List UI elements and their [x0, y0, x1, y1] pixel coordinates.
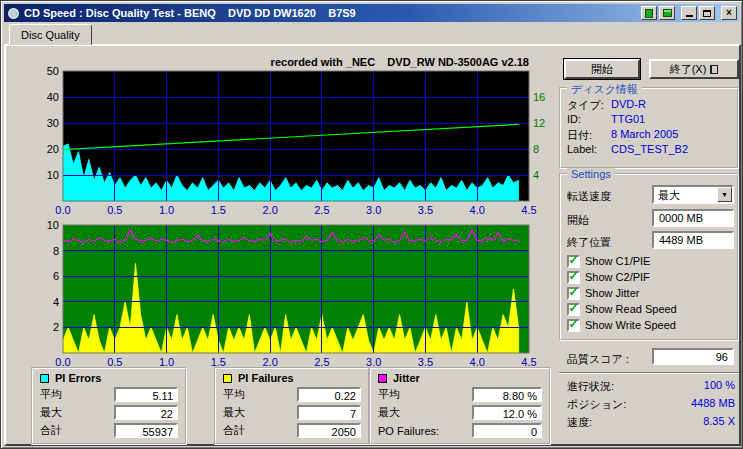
svg-text:3.0: 3.0 — [366, 204, 381, 216]
disc-label-label: Label: — [567, 143, 611, 156]
disc-date-row: 日付: 8 March 2005 — [567, 128, 735, 141]
close-button[interactable]: × — [721, 6, 737, 20]
disc-date-label: 日付: — [567, 128, 611, 141]
disc-id-row: ID: TTG01 — [567, 113, 735, 126]
position-value: 4488 MB — [691, 397, 735, 412]
progress-value: 100 % — [704, 379, 735, 394]
save-button[interactable] — [659, 6, 675, 20]
minimize-button[interactable] — [681, 6, 697, 20]
legend-value: 5.11 — [114, 387, 178, 402]
disc-type-value: DVD-R — [611, 98, 646, 111]
exit-button[interactable]: 終了(X) — [649, 59, 739, 79]
svg-text:50: 50 — [47, 65, 59, 77]
checkbox-label: Show Write Speed — [585, 319, 676, 331]
jitter-legend: Jitter 平均 8.80 % 最大 12.0 % PO Failures: … — [369, 367, 551, 445]
legend-value: 12.0 % — [472, 405, 542, 420]
exit-icon — [710, 65, 718, 74]
start-position-input[interactable] — [652, 209, 734, 227]
svg-text:40: 40 — [47, 91, 59, 103]
maximize-button[interactable] — [699, 6, 715, 20]
checkbox-show-write-speed[interactable]: ✓ — [567, 319, 580, 332]
copy-icon — [645, 9, 653, 18]
svg-text:8: 8 — [53, 245, 59, 257]
svg-text:2.5: 2.5 — [314, 204, 329, 216]
legend-row: 最大 22 — [33, 405, 185, 420]
disc-label-value: CDS_TEST_B2 — [611, 143, 688, 156]
tab-disc-quality[interactable]: Disc Quality — [9, 24, 92, 45]
legend-label: 合計 — [223, 423, 245, 438]
pi-errors-legend: PI Errors 平均 5.11 最大 22 合計 55937 — [31, 367, 187, 445]
legend-label: 最大 — [223, 405, 245, 420]
checkbox-show-read-speed[interactable]: ✓ — [567, 303, 580, 316]
copy-button[interactable] — [641, 6, 657, 20]
legend-row: 平均 8.80 % — [371, 387, 549, 402]
position-row: ポジション: 4488 MB — [567, 397, 735, 412]
quality-charts: 50403020101612840.00.51.01.52.02.53.03.5… — [31, 61, 571, 371]
disc-date-value: 8 March 2005 — [611, 128, 678, 141]
svg-text:10: 10 — [47, 169, 59, 181]
legend-value: 2050 — [297, 423, 361, 438]
show-jitter-row: ✓ Show Jitter — [567, 286, 639, 300]
legend-value: 0.22 — [297, 387, 361, 402]
end-position-input[interactable] — [652, 231, 734, 249]
pi-errors-swatch — [40, 374, 49, 383]
legend-label: 最大 — [40, 405, 62, 420]
legend-value: 22 — [114, 405, 178, 420]
jitter-legend-title: Jitter — [378, 372, 549, 384]
svg-text:30: 30 — [47, 117, 59, 129]
checkbox-label: Show C1/PIE — [585, 255, 650, 267]
svg-text:12: 12 — [533, 117, 545, 129]
check-icon: ✓ — [568, 320, 578, 329]
start-position-label: 開始 — [567, 213, 589, 228]
quality-score-label: 品質スコア : — [567, 352, 629, 367]
app-icon — [7, 7, 20, 20]
position-label: ポジション: — [567, 397, 626, 412]
pi-failures-legend: PI Failures 平均 0.22 最大 7 合計 2050 — [214, 367, 370, 445]
dropdown-arrow-icon[interactable]: ▼ — [717, 187, 732, 202]
svg-text:2: 2 — [53, 321, 59, 333]
titlebar: CD Speed : Disc Quality Test - BENQ DVD … — [4, 4, 739, 22]
legend-value: 55937 — [114, 423, 178, 438]
minimize-icon — [686, 15, 693, 17]
progress-label: 進行状況: — [567, 379, 614, 394]
legend-row: PO Failures: 0 — [371, 423, 549, 438]
disc-id-label: ID: — [567, 113, 611, 126]
maximize-icon — [703, 10, 711, 17]
svg-text:2.0: 2.0 — [262, 204, 277, 216]
start-button[interactable]: 開始 — [564, 59, 640, 79]
disc-id-value: TTG01 — [611, 113, 645, 126]
progress-row: 進行状況: 100 % — [567, 379, 735, 394]
speed-select[interactable]: 最大 ▼ — [652, 185, 734, 204]
titlebar-buttons: × — [641, 6, 737, 20]
svg-text:0.0: 0.0 — [55, 204, 70, 216]
checkbox-label: Show C2/PIF — [585, 271, 650, 283]
speed-label: 転送速度 — [567, 189, 611, 204]
svg-text:8: 8 — [533, 143, 539, 155]
legend-row: 平均 0.22 — [216, 387, 368, 402]
svg-text:20: 20 — [47, 143, 59, 155]
legend-name: PI Failures — [238, 372, 294, 384]
checkbox-show-c2-pif[interactable]: ✓ — [567, 271, 580, 284]
check-icon: ✓ — [568, 288, 578, 297]
save-icon — [663, 9, 672, 17]
check-icon: ✓ — [568, 256, 578, 265]
svg-text:4: 4 — [533, 169, 539, 181]
svg-text:1.0: 1.0 — [159, 204, 174, 216]
svg-text:10: 10 — [47, 219, 59, 231]
svg-text:4.5: 4.5 — [521, 204, 536, 216]
checkbox-show-c1-pie[interactable]: ✓ — [567, 255, 580, 268]
pi-errors-legend-title: PI Errors — [40, 372, 185, 384]
checkbox-show-jitter[interactable]: ✓ — [567, 287, 580, 300]
legend-row: 平均 5.11 — [33, 387, 185, 402]
pi-failures-swatch — [223, 374, 232, 383]
svg-text:4: 4 — [53, 296, 59, 308]
pi-failures-legend-title: PI Failures — [223, 372, 368, 384]
legend-name: Jitter — [393, 372, 420, 384]
check-icon: ✓ — [568, 304, 578, 313]
svg-text:3.5: 3.5 — [418, 204, 433, 216]
svg-text:1.5: 1.5 — [211, 204, 226, 216]
show-c1-pie-row: ✓ Show C1/PIE — [567, 254, 650, 268]
disc-label-row: Label: CDS_TEST_B2 — [567, 143, 735, 156]
start-button-label: 開始 — [591, 62, 613, 77]
legend-label: 合計 — [40, 423, 62, 438]
